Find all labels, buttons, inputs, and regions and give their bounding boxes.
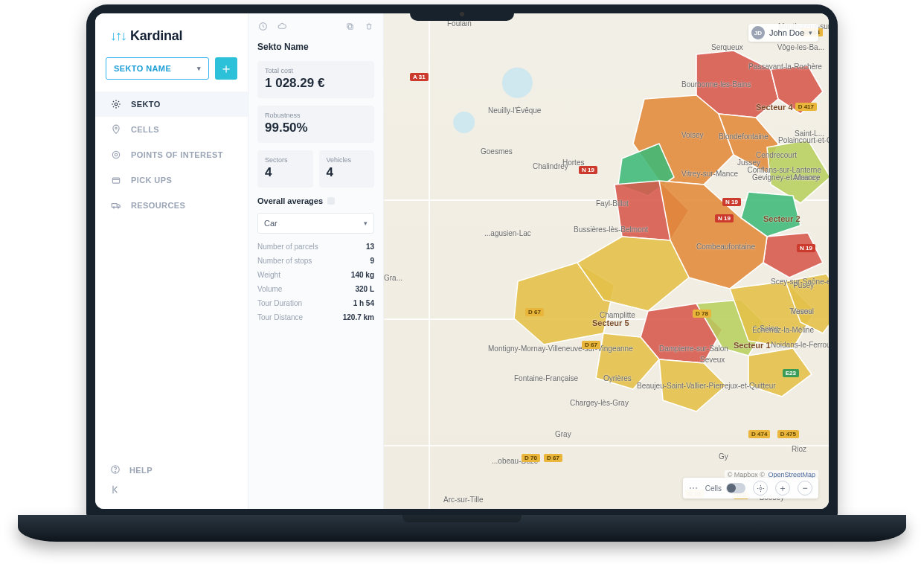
sector-label: Secteur 5 [592, 318, 629, 327]
nav-item-sekto[interactable]: SEKTO [95, 92, 248, 117]
locate-button[interactable] [753, 481, 768, 496]
kv-value: 9 [370, 257, 374, 265]
user-menu[interactable]: JD John Doe ▾ [748, 24, 818, 42]
place-label: Neuilly-l'Évêque [488, 106, 541, 115]
place-label: Amance [793, 173, 821, 182]
place-label: Montigny-Mornay-Villeneuve-sur-Vingeanne [488, 345, 633, 353]
nav-list: SEKTO CELLS POINTS OF INTEREST [95, 92, 248, 218]
place-label: Fayl-Billot [596, 199, 629, 208]
svg-point-1 [115, 127, 117, 129]
place-label: Pusey [793, 281, 814, 289]
help-button[interactable]: HELP [110, 464, 233, 476]
map-area[interactable]: Secteur 4 Secteur 2 Secteur 1 Secteur 5 … [384, 13, 829, 509]
sekto-selector[interactable]: SEKTO NAME ▾ [106, 57, 209, 80]
nav-label: PICK UPS [131, 176, 172, 185]
place-label: Conflans-sur-Lanterne [748, 166, 822, 174]
user-name: John Doe [769, 28, 804, 37]
card-value: 99.50% [265, 121, 367, 135]
kv-value: 13 [366, 243, 374, 251]
target-icon [110, 149, 122, 161]
road-tag: A 31 [410, 73, 429, 81]
place-label: ...agusien-Lac [484, 229, 531, 237]
card-row: Sectors 4 Vehicles 4 [257, 150, 374, 188]
place-label: Gra... [384, 274, 402, 282]
place-label: Fontaine-Française [514, 374, 578, 382]
card-label: Robustness [265, 112, 367, 119]
collapse-sidebar-button[interactable] [110, 484, 233, 499]
nav-label: SEKTO [131, 100, 161, 109]
road-tag: E23 [783, 369, 799, 377]
truck-icon [110, 199, 122, 211]
svg-point-0 [115, 103, 118, 106]
road-tag: D 67 [544, 454, 562, 462]
map-controls: ⋯ Cells ＋ − [683, 478, 818, 499]
place-label: Échenoz-la-Méline [752, 326, 814, 334]
place-label: Blondefontaine [719, 132, 769, 141]
sekto-selector-row: SEKTO NAME ▾ ＋ [95, 57, 248, 92]
kv-key: Tour Duration [257, 299, 302, 307]
sector-label: Secteur 4 [756, 103, 793, 112]
averages-title: Overall averages [257, 196, 374, 205]
screen-bezel: ↓↑↓ Kardinal SEKTO NAME ▾ ＋ SEKT [86, 4, 838, 518]
kv-key: Number of parcels [257, 243, 318, 251]
collapse-icon [110, 484, 122, 499]
nav-label: CELLS [131, 125, 159, 134]
kv-row: Tour Distance120.7 km [257, 312, 374, 323]
kv-row: Number of stops9 [257, 255, 374, 266]
place-label: Bussières-lès-Belmont [574, 225, 648, 234]
road-tag: N 19 [579, 166, 597, 174]
app-screen: ↓↑↓ Kardinal SEKTO NAME ▾ ＋ SEKT [95, 13, 829, 509]
road-tag: D 417 [795, 103, 817, 111]
road-tag: D 70 [522, 454, 540, 462]
history-icon[interactable] [257, 21, 268, 31]
zoom-in-button[interactable]: ＋ [775, 481, 790, 496]
chevron-down-icon: ▾ [809, 29, 812, 36]
place-label: Gray [555, 430, 571, 438]
sidebar-bottom: HELP [95, 464, 248, 499]
kv-row: Tour Duration1 h 54 [257, 298, 374, 309]
sector-label: Secteur 2 [763, 214, 801, 223]
averages-list: Number of parcels13 Number of stops9 Wei… [257, 241, 374, 323]
card-robustness: Robustness 99.50% [257, 106, 374, 143]
vehicle-type-dropdown[interactable]: Car ▾ [257, 213, 374, 234]
cells-switch[interactable] [726, 483, 745, 493]
kv-row: Number of parcels13 [257, 241, 374, 252]
place-label: Vitrey-sur-Mance [681, 170, 738, 178]
nav-item-pickups[interactable]: PICK UPS [95, 167, 248, 193]
place-label: Combeaufontaine [696, 243, 755, 251]
place-label: Chalindrey [533, 162, 568, 170]
averages-title-text: Overall averages [257, 196, 323, 205]
kv-key: Volume [257, 285, 282, 293]
nav-item-poi[interactable]: POINTS OF INTEREST [95, 142, 248, 167]
cells-toggle-label: Cells [705, 484, 722, 493]
pin-icon [110, 124, 122, 135]
road-tag: N 19 [722, 198, 741, 206]
box-icon [110, 174, 122, 186]
kv-value: 320 L [355, 285, 374, 293]
kv-key: Tour Distance [257, 313, 303, 321]
dots-icon[interactable]: ⋯ [689, 483, 698, 493]
svg-point-13 [760, 487, 762, 490]
delete-icon[interactable] [364, 21, 374, 31]
laptop-frame: ↓↑↓ Kardinal SEKTO NAME ▾ ＋ SEKT [18, 0, 906, 549]
sector-label: Secteur 1 [734, 341, 771, 350]
road-tag: D 475 [777, 430, 799, 438]
help-label: HELP [129, 466, 153, 475]
place-label: Goesmes [481, 147, 513, 156]
add-sekto-button[interactable]: ＋ [215, 57, 237, 80]
nav-label: POINTS OF INTEREST [131, 150, 223, 159]
cloud-icon[interactable] [277, 21, 287, 31]
info-chip-icon [327, 197, 335, 205]
road-tag: D 474 [748, 430, 770, 438]
nav-item-cells[interactable]: CELLS [95, 117, 248, 142]
copy-icon[interactable] [344, 21, 355, 31]
card-label: Total cost [265, 67, 367, 74]
dropdown-value: Car [264, 219, 277, 228]
stats-panel: Sekto Name Total cost 1 028.29 € Robustn… [248, 13, 384, 509]
nav-item-resources[interactable]: RESOURCES [95, 193, 248, 218]
chevron-down-icon: ▾ [364, 219, 368, 227]
card-value: 4 [265, 165, 306, 180]
place-label: Oyrières [603, 374, 632, 382]
zoom-out-button[interactable]: − [798, 481, 812, 496]
place-label: Rioz [792, 445, 806, 453]
